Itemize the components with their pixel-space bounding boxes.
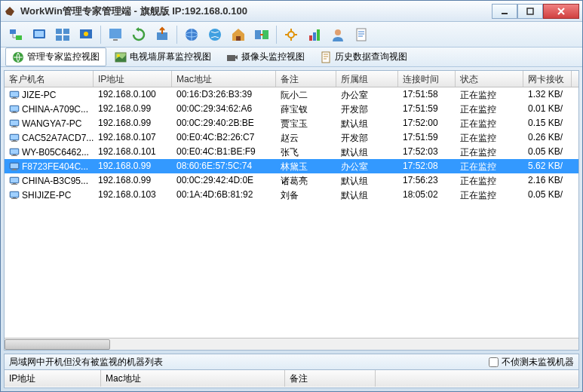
bottom-panel: 局域网中开机但没有被监视的机器列表 不侦测未监视机器 IP地址 Mac地址 备注 [4, 354, 579, 388]
svg-rect-55 [11, 170, 17, 170]
col-header-group[interactable]: 所属组 [336, 71, 398, 87]
table-row[interactable]: SHIJIZE-PC192.168.0.10300:1A:4D:6B:81:92… [5, 188, 578, 202]
no-detect-checkbox-input[interactable] [489, 357, 499, 367]
svg-rect-39 [11, 112, 17, 113]
tab-tvwall-view[interactable]: 电视墙屏幕监控视图 [108, 47, 218, 66]
bottom-col-note[interactable]: 备注 [285, 370, 376, 387]
tool-export-icon[interactable] [152, 24, 173, 45]
svg-rect-20 [262, 30, 268, 39]
svg-rect-2 [10, 29, 16, 34]
tab-camera-view[interactable]: 摄像头监控视图 [219, 47, 311, 66]
tool-chart-icon[interactable] [304, 24, 325, 45]
table-row[interactable]: F8723FE404C...192.168.0.9908:60:6E:57:5C… [5, 159, 578, 173]
svg-rect-50 [13, 155, 16, 155]
col-header-note[interactable]: 备注 [276, 71, 336, 87]
cell-note: 阮小二 [276, 87, 336, 102]
checkbox-label: 不侦测未监视机器 [502, 356, 574, 369]
svg-rect-42 [13, 126, 16, 127]
main-toolbar [1, 22, 582, 47]
tab-label: 电视墙屏幕监控视图 [130, 51, 211, 63]
cell-ip: 192.168.0.99 [94, 102, 172, 116]
tool-home-icon[interactable] [228, 24, 249, 45]
scroll-thumb[interactable] [5, 339, 110, 350]
cell-mac: 00:E0:4C:B1:BE:F9 [172, 145, 276, 159]
pc-icon [9, 119, 20, 128]
cell-time: 17:52:03 [398, 145, 456, 159]
cell-time: 18:05:02 [398, 188, 456, 202]
col-header-status[interactable]: 状态 [456, 71, 523, 87]
svg-rect-41 [11, 121, 18, 125]
tab-expert-view[interactable]: 管理专家监控视图 [5, 47, 106, 66]
no-detect-checkbox[interactable]: 不侦测未监视机器 [489, 356, 574, 369]
table-row[interactable]: WANGYA7-PC192.168.0.9900:0C:29:40:2B:BE贾… [5, 116, 578, 130]
cell-mac: 00:0C:29:40:2B:BE [172, 116, 276, 130]
cell-group: 开发部 [336, 130, 398, 145]
cell-note: 林黛玉 [276, 159, 336, 173]
svg-rect-33 [11, 92, 18, 96]
cell-name: F8723FE404C... [5, 159, 94, 173]
cell-status: 正在监控 [456, 173, 523, 188]
tool-refresh-icon[interactable] [128, 24, 149, 45]
bottom-col-mac[interactable]: Mac地址 [101, 370, 285, 387]
svg-rect-61 [11, 192, 18, 197]
tab-history-view[interactable]: 历史数据查询视图 [313, 47, 414, 66]
tool-user-icon[interactable] [327, 24, 348, 45]
toolbar-separator [176, 26, 177, 44]
table-row[interactable]: CHINA-A709C...192.168.0.9900:0C:29:34:62… [5, 102, 578, 116]
tool-globe-icon[interactable] [204, 24, 226, 45]
tab-label: 管理专家监控视图 [27, 51, 100, 63]
col-header-ip[interactable]: IP地址 [94, 71, 172, 87]
svg-rect-13 [113, 39, 118, 41]
tab-label: 摄像头监控视图 [241, 51, 305, 63]
svg-rect-43 [11, 127, 17, 127]
bottom-col-ip[interactable]: IP地址 [5, 370, 101, 387]
tool-settings-icon[interactable] [281, 24, 302, 45]
cell-nic: 1.32 KB/ [523, 87, 572, 102]
cell-status: 正在监控 [456, 102, 523, 116]
cell-group: 办公室 [336, 87, 398, 102]
table-row[interactable]: CHINA-B3C95...192.168.0.9900:0C:29:42:4D… [5, 173, 578, 188]
tool-desktop-icon[interactable] [105, 24, 126, 45]
table-row[interactable]: WY-B05C6462...192.168.0.10100:E0:4C:B1:B… [5, 145, 578, 159]
view-tabbar: 管理专家监控视图 电视墙屏幕监控视图 摄像头监控视图 历史数据查询视图 [1, 47, 582, 67]
tool-network-icon[interactable] [5, 24, 26, 45]
col-header-nic[interactable]: 网卡接收 [523, 71, 572, 87]
svg-rect-62 [13, 198, 16, 198]
table-row[interactable]: CAC52A7ACD7...192.168.0.10700:E0:4C:B2:2… [5, 130, 578, 145]
bottom-title: 局域网中开机但没有被监视的机器列表 [9, 356, 489, 369]
tool-doc-icon[interactable] [351, 24, 372, 45]
close-button[interactable] [543, 4, 579, 19]
horizontal-scrollbar[interactable] [5, 338, 578, 350]
cell-note: 赵云 [276, 130, 336, 145]
client-table: 客户机名 IP地址 Mac地址 备注 所属组 连接时间 状态 网卡接收 JIZE… [4, 70, 579, 351]
svg-rect-35 [11, 98, 17, 99]
cell-time: 17:52:08 [398, 159, 456, 173]
cell-group: 开发部 [336, 102, 398, 116]
cell-mac: 00:0C:29:42:4D:0E [172, 173, 276, 188]
tool-lock-icon[interactable] [75, 24, 97, 45]
svg-rect-26 [357, 29, 366, 41]
svg-rect-22 [309, 35, 312, 41]
table-row[interactable]: JIZE-PC192.168.0.10000:16:D3:26:B3:39阮小二… [5, 87, 578, 102]
cell-group: 默认组 [336, 173, 398, 188]
cell-name: SHIJIZE-PC [5, 188, 94, 202]
col-header-name[interactable]: 客户机名 [5, 71, 94, 87]
table-header: 客户机名 IP地址 Mac地址 备注 所属组 连接时间 状态 网卡接收 [5, 71, 578, 87]
pc-icon [9, 133, 20, 142]
maximize-button[interactable] [517, 4, 543, 19]
svg-rect-54 [13, 169, 16, 170]
tool-screens-icon[interactable] [52, 24, 73, 45]
tool-monitor-icon[interactable] [29, 24, 50, 45]
col-header-time[interactable]: 连接时间 [398, 71, 456, 87]
tool-transfer-icon[interactable] [251, 24, 272, 45]
svg-rect-6 [56, 29, 62, 34]
col-header-mac[interactable]: Mac地址 [172, 71, 276, 87]
cell-note: 贾宝玉 [276, 116, 336, 130]
camera-icon [226, 51, 238, 63]
svg-rect-58 [13, 183, 16, 184]
svg-rect-38 [13, 112, 16, 112]
svg-rect-23 [313, 32, 316, 41]
tool-web-icon[interactable] [181, 24, 202, 45]
svg-rect-51 [11, 155, 17, 156]
minimize-button[interactable] [492, 4, 517, 19]
